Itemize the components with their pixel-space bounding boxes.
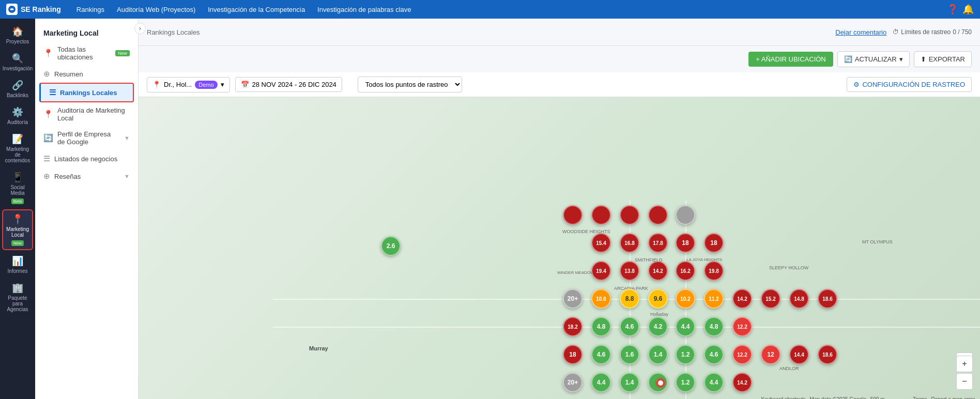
menu-label-todas: Todas las ubicaciones bbox=[57, 45, 111, 61]
map-pin[interactable]: 1.4 bbox=[620, 373, 639, 392]
map-pin[interactable] bbox=[620, 205, 639, 225]
reviews-icon: ⊕ bbox=[43, 172, 50, 181]
map-pin[interactable]: 13.8 bbox=[620, 261, 639, 281]
expand-icon: ▼ bbox=[124, 135, 130, 141]
sidebar-label-paquete: Paquete para Agencias bbox=[4, 295, 31, 312]
map-pin[interactable]: 14.2 bbox=[732, 373, 752, 392]
map-pin[interactable]: 4.8 bbox=[704, 317, 724, 336]
map-pin[interactable]: 1.2 bbox=[676, 345, 695, 364]
terms-link[interactable]: Terms bbox=[913, 396, 927, 399]
map-pin[interactable]: 18.2 bbox=[563, 317, 583, 336]
map-pin[interactable]: 10.6 bbox=[591, 289, 611, 309]
sidebar-item-proyectos[interactable]: 🏠 Proyectos bbox=[2, 23, 33, 48]
tracking-config-button[interactable]: ⚙ CONFIGURACIÓN DE RASTREO bbox=[847, 77, 972, 92]
map-pin[interactable]: 15.2 bbox=[761, 289, 780, 309]
map-pin[interactable]: 16.8 bbox=[620, 233, 639, 253]
map-pin[interactable]: 4.6 bbox=[620, 317, 639, 336]
logo[interactable]: SE Ranking bbox=[6, 4, 61, 15]
sidebar-item-paquete[interactable]: 🏢 Paquete para Agencias bbox=[2, 279, 33, 315]
menu-auditoria-marketing[interactable]: 📍 Auditoría de Marketing Local bbox=[35, 102, 138, 126]
map-pin[interactable]: 4.6 bbox=[591, 345, 611, 364]
map-pin[interactable]: 12.2 bbox=[732, 317, 752, 336]
map-pin[interactable]: 9.6 bbox=[648, 289, 668, 309]
map-pin[interactable] bbox=[648, 205, 668, 225]
map-area[interactable]: WOODSIDE HEIGHTS ARCADIA PARK Holladay S… bbox=[139, 97, 980, 399]
map-pin[interactable]: 15.4 bbox=[591, 233, 611, 253]
map-pin[interactable]: 10.2 bbox=[676, 289, 695, 309]
map-pin[interactable]: 14.2 bbox=[648, 261, 668, 281]
map-pin[interactable]: 17.8 bbox=[648, 233, 668, 253]
map-footer: Keyboard shortcuts Map data ©2025 Google… bbox=[761, 396, 975, 399]
map-pin[interactable]: 14.4 bbox=[789, 345, 809, 364]
zoom-out-button[interactable]: − bbox=[956, 373, 973, 390]
map-pin[interactable]: 1.2 bbox=[676, 373, 695, 392]
notifications-icon[interactable]: 🔔 bbox=[962, 4, 974, 15]
map-pin[interactable]: 4.8 bbox=[591, 317, 611, 336]
map-pin[interactable]: 4.6 bbox=[704, 345, 724, 364]
nav-competencia[interactable]: Investigación de la Competencia bbox=[203, 3, 310, 17]
sidebar-item-social-media[interactable]: 📱 Social Media Beta bbox=[2, 168, 33, 207]
sidebar-item-informes[interactable]: 📊 Informes bbox=[2, 252, 33, 277]
marketing-local-badge: New bbox=[11, 240, 24, 246]
map-pin[interactable]: 4.4 bbox=[591, 373, 611, 392]
help-icon[interactable]: ❓ bbox=[947, 4, 958, 15]
map-pin[interactable] bbox=[563, 205, 583, 225]
report-link[interactable]: Report a map error bbox=[931, 396, 975, 399]
map-pin[interactable]: 4.2 bbox=[648, 317, 668, 336]
map-pin[interactable]: 12 bbox=[761, 345, 780, 364]
map-pin[interactable]: 14.8 bbox=[789, 289, 809, 309]
sidebar-toggle[interactable]: › bbox=[134, 23, 146, 34]
map-pin[interactable]: 20+ bbox=[563, 373, 583, 392]
menu-perfil-empresa[interactable]: 🔄 Perfil de Empresa de Google ▼ bbox=[35, 126, 138, 150]
date-range-text: 28 NOV 2024 - 26 DIC 2024 bbox=[252, 81, 336, 88]
map-pin[interactable]: 1.4 bbox=[648, 345, 668, 364]
map-pin[interactable]: 20+ bbox=[563, 289, 583, 309]
tracking-points-select[interactable]: Todos los puntos de rastreo bbox=[358, 76, 462, 93]
map-pin[interactable] bbox=[591, 205, 611, 225]
map-pin[interactable]: 2.6 bbox=[381, 236, 401, 256]
sidebar-item-investigacion[interactable]: 🔍 Investigación bbox=[2, 50, 33, 74]
map-pin[interactable]: 18 bbox=[563, 345, 583, 364]
map-pin[interactable]: 4.4 bbox=[676, 317, 695, 336]
nav-palabras-clave[interactable]: Investigación de palabras clave bbox=[312, 3, 416, 17]
update-button[interactable]: 🔄 ACTUALIZAR ▾ bbox=[837, 51, 910, 67]
sidebar-item-marketing-local[interactable]: 📍 Marketing Local New bbox=[2, 209, 33, 250]
map-pin[interactable]: 8.8 bbox=[620, 289, 639, 309]
map-pin[interactable]: 4.4 bbox=[704, 373, 724, 392]
menu-resenas[interactable]: ⊕ Reseñas ▼ bbox=[35, 167, 138, 185]
zoom-in-button[interactable]: + bbox=[956, 356, 973, 372]
comment-button[interactable]: Dejar comentario bbox=[835, 28, 886, 36]
map-pin[interactable]: 19.8 bbox=[704, 261, 724, 281]
audit-marketing-icon: 📍 bbox=[43, 110, 53, 119]
map-pin[interactable]: 19.4 bbox=[591, 261, 611, 281]
map-pin[interactable]: 11.2 bbox=[704, 289, 724, 309]
map-pin[interactable]: 12.2 bbox=[732, 345, 752, 364]
menu-todas-ubicaciones[interactable]: 📍 Todas las ubicaciones New bbox=[35, 41, 138, 65]
location-selector[interactable]: 📍 Dr., Hol... Demo ▾ bbox=[147, 77, 230, 93]
nav-rankings[interactable]: Rankings bbox=[71, 3, 110, 17]
map-background bbox=[139, 97, 980, 399]
add-location-button[interactable]: + AÑADIR UBICACIÓN bbox=[748, 52, 833, 67]
config-icon: ⚙ bbox=[853, 81, 860, 88]
map-pin[interactable]: 14.2 bbox=[732, 289, 752, 309]
map-pin[interactable]: 18.6 bbox=[818, 289, 837, 309]
date-range-selector[interactable]: 📅 28 NOV 2024 - 26 DIC 2024 bbox=[235, 77, 342, 92]
sidebar-item-auditoria[interactable]: ⚙️ Auditoría bbox=[2, 103, 33, 128]
social-badge: Beta bbox=[11, 198, 24, 204]
map-pin[interactable]: 1.6 bbox=[620, 345, 639, 364]
map-pin[interactable]: 18 bbox=[704, 233, 724, 253]
map-pin[interactable]: 16.2 bbox=[676, 261, 695, 281]
export-button[interactable]: ⬆ EXPORTAR bbox=[914, 51, 972, 67]
map-pin[interactable]: 18.6 bbox=[818, 345, 837, 364]
map-pin[interactable]: 18 bbox=[676, 233, 695, 253]
sidebar-item-backlinks[interactable]: 🔗 Backlinks bbox=[2, 76, 33, 101]
menu-listados[interactable]: ☰ Listados de negocios bbox=[35, 150, 138, 167]
menu-resumen[interactable]: ⊕ Resumen bbox=[35, 65, 138, 83]
sidebar-item-marketing-contenidos[interactable]: 📝 Marketing de contenidos bbox=[2, 130, 33, 166]
breadcrumb-item: Rankings Locales bbox=[147, 28, 200, 36]
menu-rankings-locales[interactable]: ☰ Rankings Locales bbox=[39, 83, 134, 102]
keyboard-shortcuts-link[interactable]: Keyboard shortcuts bbox=[761, 396, 805, 399]
nav-auditoria[interactable]: Auditoría Web (Proyectos) bbox=[112, 3, 201, 17]
update-chevron: ▾ bbox=[899, 55, 903, 63]
map-pin[interactable] bbox=[676, 205, 695, 225]
